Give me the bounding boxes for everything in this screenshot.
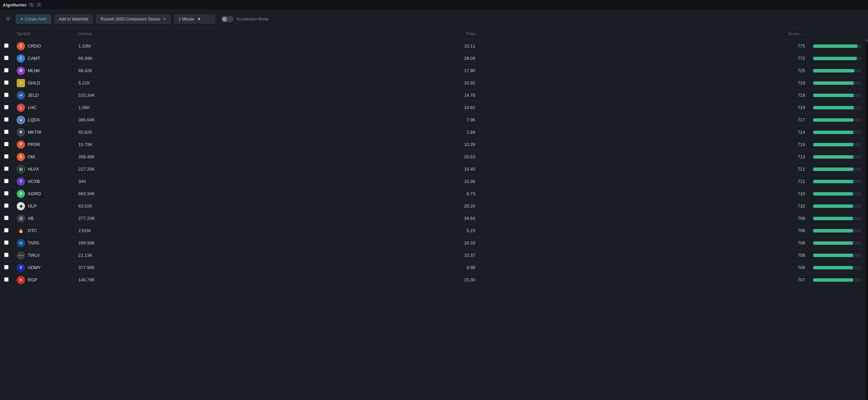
row-checkbox[interactable] (0, 200, 13, 212)
score-bar-bg (813, 131, 861, 134)
row-price: 1.84 (438, 126, 479, 138)
row-checkbox[interactable] (0, 138, 13, 151)
symbol-text: HLVX (28, 166, 39, 172)
scrollbar-track[interactable] (865, 28, 868, 400)
table-row[interactable]: — TWLV 21.13K 10.37 708 (0, 249, 868, 262)
row-checkbox[interactable] (0, 89, 13, 102)
create-alert-button[interactable]: ✦ Create Alert (16, 15, 51, 24)
row-price: 8.73 (438, 188, 479, 200)
symbol-text: MKTW (28, 130, 41, 135)
row-volume: 344 (74, 175, 136, 188)
table-row[interactable]: C CRDO 1.33M 10.11 775 (0, 40, 868, 52)
screener-dropdown[interactable]: Russell 2000 Component Stocks ▼ (96, 15, 171, 24)
row-symbol: A AGRO (13, 188, 74, 200)
symbol-text: OM (28, 154, 35, 159)
table-row[interactable]: O OM 358.48K 20.63 713 (0, 151, 868, 163)
row-checkbox[interactable] (0, 163, 13, 175)
table-row[interactable]: ≋ TARS 289.98K 16.33 708 (0, 237, 868, 249)
row-price: 20.63 (438, 151, 479, 163)
stock-table: Symbol Volume Price Score ↓ (0, 28, 868, 286)
table-row[interactable]: M MKTW 65.62K 1.84 714 (0, 126, 868, 138)
score-bar-bg (813, 155, 861, 159)
symbol-text: VCXB (28, 179, 40, 184)
row-checkbox[interactable] (0, 102, 13, 114)
row-volume: 63.52K (74, 200, 136, 212)
row-volume: 1.33M (74, 40, 136, 52)
row-checkbox[interactable] (0, 151, 13, 163)
table-row[interactable]: U UDMY 377.98K 8.98 708 (0, 262, 868, 274)
row-checkbox[interactable] (0, 52, 13, 65)
table-row[interactable]: JE JELD 515.34K 14.76 719 (0, 89, 868, 102)
row-checkbox[interactable] (0, 65, 13, 77)
row-bar-cell (809, 175, 868, 188)
row-price: 10.37 (438, 249, 479, 262)
row-checkbox[interactable] (0, 175, 13, 188)
row-checkbox[interactable] (0, 40, 13, 52)
score-bar-bg (813, 229, 861, 232)
row-volume: 88.42K (74, 65, 136, 77)
row-volume: 140.79K (74, 274, 136, 286)
table-row[interactable]: A AGRO 863.34K 8.73 710 (0, 188, 868, 200)
score-bar-bg (813, 192, 861, 196)
stock-icon: V (17, 177, 25, 186)
row-spacer2 (479, 77, 782, 89)
score-bar-bg (813, 69, 861, 72)
row-checkbox[interactable] (0, 237, 13, 249)
row-spacer2 (479, 262, 782, 274)
score-bar-fill (813, 143, 853, 146)
score-bar-bg (813, 204, 861, 208)
row-checkbox[interactable] (0, 225, 13, 237)
row-checkbox[interactable] (0, 77, 13, 89)
row-score: 713 (782, 151, 809, 163)
accelerator-toggle[interactable] (221, 16, 234, 22)
header-score[interactable]: Score ↓ (782, 28, 809, 40)
interval-dropdown[interactable]: 1 Minute ▼ (174, 15, 215, 24)
stock-icon: ⊞ (17, 214, 25, 223)
table-row[interactable]: R RGP 140.79K 15.30 707 (0, 274, 868, 286)
row-symbol: 🔥 DTC (13, 225, 74, 237)
row-checkbox[interactable] (0, 126, 13, 138)
score-bar-bg (813, 168, 861, 171)
row-score: 717 (782, 114, 809, 126)
row-volume: 515.34K (74, 89, 136, 102)
row-checkbox[interactable] (0, 188, 13, 200)
row-spacer (136, 237, 438, 249)
row-bar-cell (809, 52, 868, 65)
table-row[interactable]: ⊙ HLVX 227.26K 15.40 711 (0, 163, 868, 175)
row-spacer (136, 151, 438, 163)
row-checkbox[interactable] (0, 114, 13, 126)
score-bar-fill (813, 81, 854, 85)
table-row[interactable]: G GHLD 5.21K 10.92 719 (0, 77, 868, 89)
row-score: 708 (782, 237, 809, 249)
score-bar-fill (813, 217, 853, 220)
table-row[interactable]: C CAMT 66.99K 29.09 772 (0, 52, 868, 65)
score-bar-fill (813, 266, 853, 269)
row-checkbox[interactable] (0, 212, 13, 225)
table-row[interactable]: L LHC 1.06K 10.62 719 (0, 102, 868, 114)
row-price: 7.96 (438, 114, 479, 126)
symbol-text: MLNK (28, 68, 40, 73)
row-price: 5.23 (438, 225, 479, 237)
symbol-text: PRSR (28, 142, 40, 147)
table-row[interactable]: 🔥 DTC 2.61M 5.23 708 (0, 225, 868, 237)
row-symbol: L LHC (13, 102, 74, 114)
row-checkbox[interactable] (0, 274, 13, 286)
row-symbol: M MKTW (13, 126, 74, 138)
table-row[interactable]: P PRSR 15.79K 10.26 714 (0, 138, 868, 151)
row-checkbox[interactable] (0, 249, 13, 262)
stock-icon: L (17, 104, 25, 112)
row-symbol: U LQDA (13, 114, 74, 126)
score-bar-fill (813, 180, 853, 183)
row-spacer2 (479, 200, 782, 212)
table-row[interactable]: V VCXB 344 10.36 711 (0, 175, 868, 188)
table-row[interactable]: ⊞ AB 277.23K 34.64 708 (0, 212, 868, 225)
row-score: 708 (782, 212, 809, 225)
table-row[interactable]: ◆ OLP 63.52K 20.20 710 (0, 200, 868, 212)
table-row[interactable]: U LQDA 385.64K 7.96 717 (0, 114, 868, 126)
row-checkbox[interactable] (0, 262, 13, 274)
filter-button[interactable] (4, 15, 12, 23)
symbol-text: JELD (28, 93, 39, 98)
table-row[interactable]: M MLNK 88.42K 17.90 725 (0, 65, 868, 77)
table-body: C CRDO 1.33M 10.11 775 C CAMT 66 (0, 40, 868, 286)
add-watchlist-button[interactable]: Add to Watchlist (54, 15, 93, 24)
